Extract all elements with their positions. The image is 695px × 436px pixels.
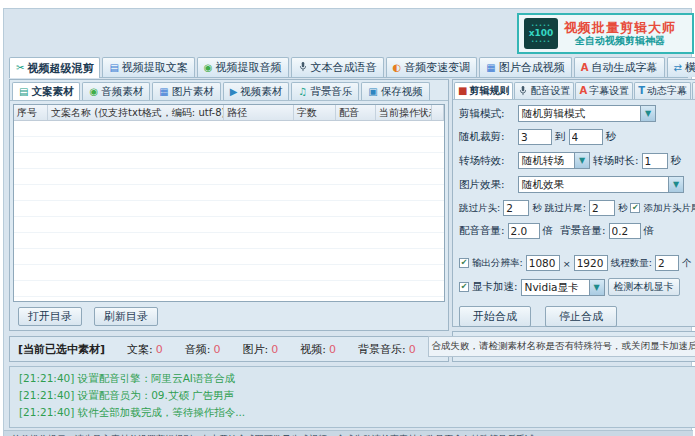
transition-duration-input[interactable] bbox=[642, 153, 668, 169]
selection-image-count: 图片:0 bbox=[243, 342, 279, 357]
skip-tail-input[interactable] bbox=[589, 200, 615, 216]
tab-dynamic-subtitle[interactable]: T动态字幕 bbox=[634, 82, 691, 99]
select-value: Nvidia显卡 bbox=[522, 280, 589, 295]
col-status: 当前操作状态 bbox=[376, 105, 432, 120]
skip-row: 跳过片头: 秒 跳过片尾: 秒 添加片头片尾 bbox=[459, 200, 689, 216]
gpu-select[interactable]: Nvidia显卡▼ bbox=[521, 279, 605, 296]
dropdown-arrow-icon: ▼ bbox=[668, 177, 683, 192]
tab-image-material[interactable]: ▦图片素材 bbox=[152, 82, 220, 100]
transition-select[interactable]: 随机转场▼ bbox=[518, 152, 590, 169]
tab-label: 视频提取文案 bbox=[122, 60, 188, 75]
tab-clip-rules[interactable]: ■剪辑规则 bbox=[454, 82, 513, 99]
random-cut-label: 随机裁剪: bbox=[459, 130, 515, 144]
rotate-icon: ⇄ bbox=[674, 63, 682, 73]
tab-label: 背景音乐 bbox=[310, 85, 352, 99]
skip-head-label: 跳过片头: bbox=[459, 202, 500, 215]
bg-volume-input[interactable] bbox=[609, 223, 641, 239]
tab-extract-audio[interactable]: ◉视频提取音频 bbox=[197, 57, 289, 77]
log-area[interactable]: [21:21:40] 设置配音引擎：阿里云AI语音合成 [21:21:40] 设… bbox=[9, 366, 695, 428]
tab-extract-text[interactable]: ▤视频提取文案 bbox=[102, 57, 194, 77]
open-dir-button[interactable]: 打开目录 bbox=[18, 307, 82, 326]
tab-audio-material[interactable]: ◉音频素材 bbox=[82, 82, 150, 100]
gpu-accel-label: 显卡加速: bbox=[472, 280, 518, 294]
tab-subtitle-settings[interactable]: A字幕设置 bbox=[575, 82, 633, 99]
status-message-box: 合成失败，请检测素材名称是否有特殊符号，或关闭显卡加速后重试 bbox=[452, 331, 695, 362]
transition-label: 转场特效: bbox=[459, 154, 515, 168]
clip-mode-row: 剪辑模式: 随机剪辑模式▼ bbox=[459, 105, 689, 122]
resolution-width-input[interactable] bbox=[526, 255, 560, 271]
tab-label: 视频提取音频 bbox=[216, 60, 282, 75]
random-cut-min-input[interactable] bbox=[518, 129, 552, 145]
microphone-icon bbox=[298, 61, 308, 74]
main-tab-bar: ✂视频超级混剪 ▤视频提取文案 ◉视频提取音频 文本合成语音 ◐音频变速变调 ▦… bbox=[9, 57, 688, 78]
col-wordcount: 字数 bbox=[294, 105, 336, 120]
clip-mode-select[interactable]: 随机剪辑模式▼ bbox=[518, 105, 656, 122]
multiply-label: × bbox=[563, 258, 571, 269]
refresh-dir-button[interactable]: 刷新目录 bbox=[94, 307, 158, 326]
image-icon: ▦ bbox=[159, 87, 168, 97]
tab-label: 图片合成视频 bbox=[499, 60, 565, 75]
material-tab-bar: ▤文案素材 ◉音频素材 ▦图片素材 ▶视频素材 ♫背景音乐 ▣保存视频 bbox=[10, 80, 448, 101]
random-cut-row: 随机裁剪: 到 秒 bbox=[459, 129, 689, 145]
start-compose-button[interactable]: 开始合成 bbox=[459, 306, 531, 327]
seconds-label: 秒 bbox=[606, 130, 617, 144]
tab-orientation-convert[interactable]: ⇄横屏竖屏转换 bbox=[667, 57, 695, 77]
tab-text-material[interactable]: ▤文案素材 bbox=[12, 82, 80, 100]
film-strip-icon: ••••• x100 ••••• bbox=[524, 18, 558, 49]
text-t-icon: T bbox=[638, 86, 645, 96]
settings-panel: ■剪辑规则 配音设置 A字幕设置 T动态字幕 素材目录 剪辑模式: 随机剪辑模式… bbox=[452, 79, 695, 327]
stop-compose-button[interactable]: 停止合成 bbox=[545, 306, 617, 327]
thread-count-input[interactable] bbox=[655, 255, 679, 271]
tab-label: 视频超级混剪 bbox=[27, 61, 93, 76]
clock-icon: ◐ bbox=[393, 63, 402, 73]
tab-video-mix[interactable]: ✂视频超级混剪 bbox=[9, 57, 100, 78]
selection-video-count: 视频:0 bbox=[300, 342, 336, 357]
tab-label: 图片素材 bbox=[172, 85, 214, 99]
tab-text-to-speech[interactable]: 文本合成语音 bbox=[291, 57, 384, 77]
footer-notice: 软件操作提示：请先导入素材并设置剪辑规则，点击开始合成即可批量生成视频，合成失败… bbox=[4, 430, 693, 436]
add-intro-outro-label: 添加片头片尾 bbox=[643, 202, 695, 215]
tab-label: 视频素材 bbox=[240, 85, 282, 99]
tab-save-video[interactable]: ▣保存视频 bbox=[361, 82, 429, 100]
selection-status-bar: [当前已选中素材] 文案:0 音频:0 图片:0 视频:0 背景音乐:0 bbox=[9, 336, 449, 362]
seconds-label: 秒 bbox=[532, 202, 542, 215]
output-resolution-checkbox[interactable] bbox=[459, 258, 469, 268]
col-path: 路径 bbox=[224, 105, 294, 120]
log-line: [21:21:40] 设置配音员为：09.艾硕 广告男声 bbox=[19, 387, 686, 404]
tab-video-material[interactable]: ▶视频素材 bbox=[223, 82, 290, 100]
times-label: 倍 bbox=[543, 224, 554, 238]
music-note-icon: ♫ bbox=[298, 87, 307, 97]
tab-image-to-video[interactable]: ▦图片合成视频 bbox=[479, 57, 571, 77]
tab-label: 配音设置 bbox=[530, 84, 570, 98]
tab-background-music[interactable]: ♫背景音乐 bbox=[291, 82, 359, 100]
select-value: 随机剪辑模式 bbox=[519, 106, 640, 121]
table-header: 序号 文案名称 (仅支持txt格式，编码: utf-8) 路径 字数 配音 当前… bbox=[14, 105, 444, 121]
tab-auto-subtitle[interactable]: A自动生成字幕 bbox=[574, 57, 665, 77]
transition-row: 转场特效: 随机转场▼ 转场时长: 秒 bbox=[459, 152, 689, 169]
material-panel: ▤文案素材 ◉音频素材 ▦图片素材 ▶视频素材 ♫背景音乐 ▣保存视频 序号 文… bbox=[9, 79, 449, 331]
voice-volume-input[interactable] bbox=[508, 223, 540, 239]
resolution-height-input[interactable] bbox=[574, 255, 608, 271]
image-effect-select[interactable]: 随机效果▼ bbox=[518, 176, 684, 193]
skip-head-input[interactable] bbox=[503, 200, 529, 216]
detect-gpu-button[interactable]: 检测本机显卡 bbox=[608, 278, 680, 296]
subtitle-a-icon: A bbox=[581, 63, 589, 73]
gpu-accel-checkbox[interactable] bbox=[459, 282, 469, 292]
tab-voice-settings[interactable]: 配音设置 bbox=[514, 82, 574, 99]
film-holes-bottom: ••••• bbox=[531, 39, 551, 44]
material-table: 序号 文案名称 (仅支持txt格式，编码: utf-8) 路径 字数 配音 当前… bbox=[13, 104, 445, 302]
unit-label: 个 bbox=[682, 257, 692, 270]
seconds-label: 秒 bbox=[671, 154, 682, 168]
add-intro-outro-checkbox[interactable] bbox=[630, 203, 640, 213]
log-line: [21:21:40] 设置配音引擎：阿里云AI语音合成 bbox=[19, 370, 686, 387]
tab-audio-speed[interactable]: ◐音频变速变调 bbox=[386, 57, 478, 77]
transition-duration-label: 转场时长: bbox=[593, 154, 639, 168]
image-effect-label: 图片效果: bbox=[459, 178, 515, 192]
app-title: 视频批量剪辑大师 bbox=[564, 20, 676, 35]
table-body[interactable] bbox=[14, 121, 444, 301]
selection-text-count: 文案:0 bbox=[127, 342, 163, 357]
random-cut-max-input[interactable] bbox=[569, 129, 603, 145]
microphone-icon bbox=[518, 85, 528, 98]
selection-audio-count: 音频:0 bbox=[185, 342, 221, 357]
film-icon: ■ bbox=[458, 86, 467, 96]
